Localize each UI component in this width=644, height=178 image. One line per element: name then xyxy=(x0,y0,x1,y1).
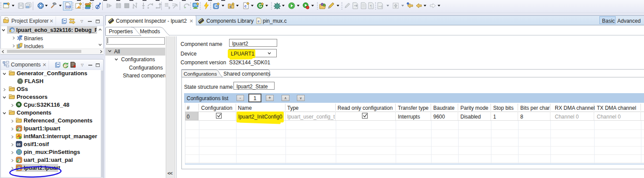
svg-text:S: S xyxy=(13,28,14,30)
svg-text:µ: µ xyxy=(18,103,19,106)
svg-text:c: c xyxy=(230,4,232,9)
svg-text:C: C xyxy=(214,4,217,9)
svg-text:c: c xyxy=(244,4,247,8)
svg-text:¶: ¶ xyxy=(370,4,372,8)
svg-text:05: 05 xyxy=(17,143,20,147)
svg-text:010: 010 xyxy=(66,5,71,8)
svg-text:c: c xyxy=(258,19,260,23)
